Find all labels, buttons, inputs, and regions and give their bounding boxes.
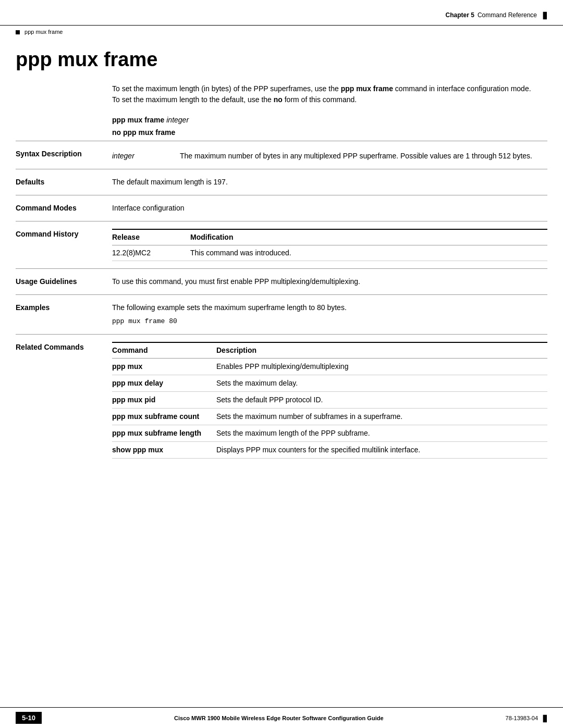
command-history-content: Release Modification 12.2(8)MC2This comm… [112,229,547,261]
page-title: ppp mux frame [16,48,547,71]
history-header-row: Release Modification [112,229,547,245]
breadcrumb-icon [16,30,20,34]
related-description: Sets the default PPP protocol ID. [216,391,547,408]
footer-center-text: Cisco MWR 1900 Mobile Wireless Edge Rout… [52,715,506,721]
related-command: ppp mux subframe count [112,408,216,425]
defaults-label: Defaults [16,177,112,188]
syntax-description-label: Syntax Description [16,149,112,162]
related-row: ppp muxEnables PPP multiplexing/demultip… [112,358,547,375]
history-table: Release Modification 12.2(8)MC2This comm… [112,229,547,261]
header-title: Command Reference [478,11,537,19]
history-release: 12.2(8)MC2 [112,245,190,261]
related-commands-label: Related Commands [16,342,112,459]
intro-text1: To set the maximum length (in bytes) of … [112,84,341,93]
form1-bold: ppp mux frame [112,116,166,124]
related-row: ppp mux subframe lengthSets the maximum … [112,425,547,441]
usage-guidelines-content: To use this command, you must first enab… [112,276,547,287]
command-modes-label: Command Modes [16,203,112,214]
syntax-table-row: integer The maximum number of bytes in a… [112,149,547,162]
usage-guidelines-label: Usage Guidelines [16,276,112,287]
examples-code: ppp mux frame 80 [112,316,547,327]
intro-bold1: ppp mux frame [341,84,393,93]
related-description: Sets the maximum number of subframes in … [216,408,547,425]
syntax-table: integer The maximum number of bytes in a… [112,149,547,162]
usage-guidelines-section: Usage Guidelines To use this command, yo… [16,268,547,294]
intro-text: To set the maximum length (in bytes) of … [112,83,532,105]
related-description: Displays PPP mux counters for the specif… [216,441,547,458]
footer-right-text: 78-13983-04 [506,715,538,721]
syntax-form1: ppp mux frame integer [112,116,547,124]
command-history-label: Command History [16,229,112,261]
related-commands-content: Command Description ppp muxEnables PPP m… [112,342,547,459]
breadcrumb: ppp mux frame [0,26,563,38]
history-col-release: Release [112,229,190,245]
related-command: ppp mux pid [112,391,216,408]
syntax-description-section: Syntax Description integer The maximum n… [16,141,547,169]
history-col-modification: Modification [190,229,547,245]
defaults-section: Defaults The default maximum length is 1… [16,169,547,195]
related-command: show ppp mux [112,441,216,458]
related-row: ppp mux subframe countSets the maximum n… [112,408,547,425]
examples-section: Examples The following example sets the … [16,294,547,334]
syntax-description-content: integer The maximum number of bytes in a… [112,149,547,162]
page-header: Chapter 5 Command Reference ▮ [0,0,563,26]
intro-block: To set the maximum length (in bytes) of … [112,83,532,105]
history-modification: This command was introduced. [190,245,547,261]
page-footer: 5-10 Cisco MWR 1900 Mobile Wireless Edge… [0,707,563,728]
examples-text: The following example sets the maximum s… [112,302,547,313]
related-col-description: Description [216,342,547,359]
related-description: Sets the maximum length of the PPP subfr… [216,425,547,441]
related-command: ppp mux delay [112,375,216,391]
form2-bold: no ppp mux frame [112,128,175,137]
form1-italic: integer [166,116,189,124]
syntax-forms: ppp mux frame integer no ppp mux frame [112,116,547,137]
syntax-form2: no ppp mux frame [112,128,547,137]
command-modes-section: Command Modes Interface configuration [16,195,547,221]
command-modes-content: Interface configuration [112,203,547,214]
intro-bold2: no [274,95,283,104]
related-header-row: Command Description [112,342,547,359]
syntax-desc: The maximum number of bytes in any multi… [180,149,547,162]
breadcrumb-text: ppp mux frame [25,29,63,35]
defaults-content: The default maximum length is 197. [112,177,547,188]
related-table: Command Description ppp muxEnables PPP m… [112,342,547,459]
examples-content: The following example sets the maximum s… [112,302,547,327]
related-command: ppp mux subframe length [112,425,216,441]
related-description: Enables PPP multiplexing/demultiplexing [216,358,547,375]
related-row: show ppp muxDisplays PPP mux counters fo… [112,441,547,458]
main-content: ppp mux frame To set the maximum length … [0,38,563,508]
related-row: ppp mux delaySets the maximum delay. [112,375,547,391]
related-row: ppp mux pidSets the default PPP protocol… [112,391,547,408]
footer-page-num: 5-10 [16,712,42,724]
header-chapter: Chapter 5 [446,11,474,19]
syntax-param: integer [112,149,180,162]
related-description: Sets the maximum delay. [216,375,547,391]
related-commands-section: Related Commands Command Description ppp… [16,334,547,466]
related-command: ppp mux [112,358,216,375]
intro-text3: form of this command. [283,95,357,104]
related-col-command: Command [112,342,216,359]
examples-label: Examples [16,302,112,327]
history-row: 12.2(8)MC2This command was introduced. [112,245,547,261]
command-history-section: Command History Release Modification 12.… [16,221,547,268]
